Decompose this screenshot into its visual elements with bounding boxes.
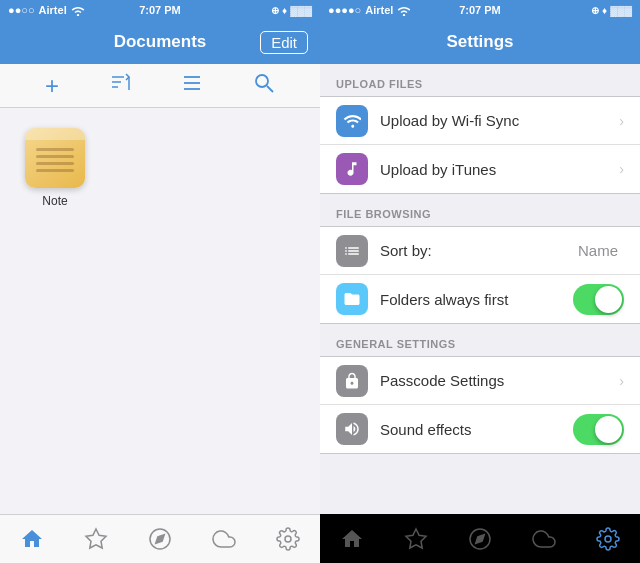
folder-icon [336,283,368,315]
wifi-sync-chevron: › [619,113,624,129]
add-button[interactable]: + [45,72,59,100]
passcode-chevron: › [619,373,624,389]
search-button[interactable] [253,72,275,99]
general-group: Passcode Settings › Sound effects [320,356,640,454]
documents-toolbar: + [0,64,320,108]
wifi-icon [71,5,85,16]
passcode-row[interactable]: Passcode Settings › [320,357,640,405]
list-view-button[interactable] [181,72,203,99]
folders-first-label: Folders always first [380,291,573,308]
right-signal-dots: ●●●●○ [328,4,361,16]
right-nav-title: Settings [446,32,513,52]
svg-marker-13 [406,529,426,548]
file-label: Note [42,194,67,208]
right-nav-home[interactable] [340,527,364,551]
right-nav-star[interactable] [404,527,428,551]
itunes-icon [336,153,368,185]
documents-content: Note [0,108,320,514]
right-status-right: ⊕ ♦ ▓▓▓ [591,5,632,16]
section-header-upload: UPLOAD FILES [320,64,640,96]
section-header-general: GENERAL SETTINGS [320,324,640,356]
sound-icon [336,413,368,445]
sort-by-label: Sort by: [380,242,578,259]
left-status-time: 7:07 PM [139,4,181,16]
note-icon [25,128,85,188]
sort-by-row[interactable]: Sort by: Name [320,227,640,275]
edit-button[interactable]: Edit [260,31,308,54]
itunes-chevron: › [619,161,624,177]
svg-marker-11 [156,535,164,543]
right-nav-bar: Settings [320,20,640,64]
sound-effects-row[interactable]: Sound effects [320,405,640,453]
upload-group: Upload by Wi-fi Sync › Upload by iTunes … [320,96,640,194]
left-nav-bar: Documents Edit [0,20,320,64]
right-bluetooth-icon: ♦ [602,5,607,16]
svg-marker-9 [86,529,106,548]
right-carrier-name: Airtel [365,4,393,16]
left-nav-home[interactable] [20,527,44,551]
wifi-sync-label: Upload by Wi-fi Sync [380,112,619,129]
left-panel: ●●○○ Airtel 7:07 PM ⊕ ♦ ▓▓▓ Documents Ed… [0,0,320,563]
svg-point-7 [256,75,268,87]
carrier-name: Airtel [39,4,67,16]
right-status-bar: ●●●●○ Airtel 7:07 PM ⊕ ♦ ▓▓▓ [320,0,640,20]
left-status-bar: ●●○○ Airtel 7:07 PM ⊕ ♦ ▓▓▓ [0,0,320,20]
right-wifi-icon [397,5,411,16]
right-nav-compass[interactable] [468,527,492,551]
sort-icon [336,235,368,267]
right-panel: ●●●●○ Airtel 7:07 PM ⊕ ♦ ▓▓▓ Settings UP… [320,0,640,563]
left-bottom-nav [0,514,320,563]
svg-marker-15 [476,534,484,542]
left-nav-cloud[interactable] [212,527,236,551]
passcode-label: Passcode Settings [380,372,619,389]
right-status-time: 7:07 PM [459,4,501,16]
browsing-group: Sort by: Name Folders always first [320,226,640,324]
wifi-sync-row[interactable]: Upload by Wi-fi Sync › [320,97,640,145]
right-location-icon: ⊕ [591,5,599,16]
wifi-sync-icon [336,105,368,137]
svg-point-12 [285,536,291,542]
folders-first-row[interactable]: Folders always first [320,275,640,323]
itunes-label: Upload by iTunes [380,161,619,178]
section-header-browsing: FILE BROWSING [320,194,640,226]
itunes-row[interactable]: Upload by iTunes › [320,145,640,193]
right-battery-icon: ▓▓▓ [610,5,632,16]
left-nav-star[interactable] [84,527,108,551]
note-lines [36,148,74,176]
battery-icon: ▓▓▓ [290,5,312,16]
right-status-carrier: ●●●●○ Airtel [328,4,411,16]
sound-effects-toggle[interactable] [573,414,624,445]
left-nav-gear[interactable] [276,527,300,551]
bluetooth-icon: ♦ [282,5,287,16]
left-status-right: ⊕ ♦ ▓▓▓ [271,5,312,16]
sort-button[interactable] [109,72,131,99]
left-nav-compass[interactable] [148,527,172,551]
location-icon: ⊕ [271,5,279,16]
right-nav-cloud[interactable] [532,527,556,551]
right-nav-gear[interactable] [596,527,620,551]
settings-content: UPLOAD FILES Upload by Wi-fi Sync › Uplo… [320,64,640,514]
left-nav-title: Documents [114,32,207,52]
svg-point-16 [605,536,611,542]
svg-line-8 [267,86,273,92]
sort-by-value: Name [578,242,618,259]
file-item-note[interactable]: Note [20,128,90,208]
right-bottom-nav [320,514,640,563]
sound-effects-label: Sound effects [380,421,573,438]
passcode-icon [336,365,368,397]
left-status-carrier: ●●○○ Airtel [8,4,85,16]
signal-dots: ●●○○ [8,4,35,16]
folders-first-toggle[interactable] [573,284,624,315]
